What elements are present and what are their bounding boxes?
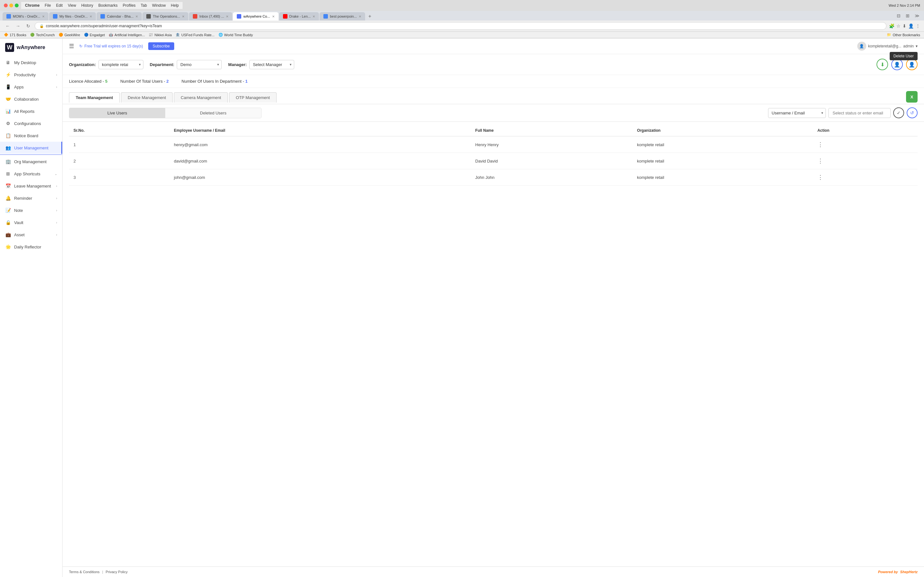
sidebar-item-user-management[interactable]: 👥 User Management bbox=[0, 142, 62, 154]
sidebar-item-configurations[interactable]: ⚙ Configurations bbox=[0, 117, 62, 129]
tab-close-8[interactable]: ✕ bbox=[359, 15, 361, 18]
bookmark-other[interactable]: 📁 Other Bookmarks bbox=[887, 33, 920, 37]
forward-button[interactable]: → bbox=[14, 22, 22, 30]
tab-otp-management[interactable]: OTP Management bbox=[229, 92, 276, 103]
tab-close-6[interactable]: ✕ bbox=[272, 15, 275, 18]
bookmark-usfed[interactable]: 🏦 USFed Funds Rate... bbox=[176, 33, 214, 37]
browser-tab-2[interactable]: My files - OneDr... ✕ bbox=[49, 12, 96, 21]
window-menu[interactable]: Window bbox=[152, 3, 166, 8]
reload-button[interactable]: ↻ bbox=[24, 22, 32, 30]
sidebar-item-desktop[interactable]: 🖥 My Desktop bbox=[0, 56, 62, 69]
bookmark-nikkei[interactable]: 📰 Nikkei Asia bbox=[149, 33, 172, 37]
sidebar-item-leave-management[interactable]: 📅 Leave Management › bbox=[0, 180, 62, 192]
row-action-menu-1[interactable]: ⋮ bbox=[817, 141, 824, 148]
browser-tab-6[interactable]: wAnywhere Co... ✕ bbox=[233, 12, 278, 21]
subscribe-button[interactable]: Subscribe bbox=[148, 42, 174, 50]
search-type-select[interactable]: Username / Email bbox=[768, 108, 826, 118]
licence-allocated: Licence Allocated - 5 bbox=[69, 79, 107, 84]
profiles-menu[interactable]: Profiles bbox=[123, 3, 136, 8]
view-menu[interactable]: View bbox=[68, 3, 76, 8]
chevron-right-icon: › bbox=[56, 73, 57, 77]
browser-tab-8[interactable]: best powerpoin... ✕ bbox=[320, 12, 365, 21]
bookmark-171books[interactable]: 🔶 171 Books bbox=[4, 33, 26, 37]
browser-tab-1[interactable]: MOM's - OneDr... ✕ bbox=[3, 12, 48, 21]
sidebar-item-collaboration[interactable]: 🤝 Collaboration bbox=[0, 93, 62, 105]
organization-select[interactable]: komplete retai bbox=[99, 60, 144, 69]
sidebar-item-all-reports[interactable]: 📊 All Reports bbox=[0, 105, 62, 117]
bookmarks-bar: 🔶 171 Books 🟢 TechCrunch 🟠 GeekWire 🔵 En… bbox=[0, 32, 924, 38]
more-tabs-icon[interactable]: ≫ bbox=[913, 13, 921, 19]
sidebar-item-reminder[interactable]: 🔔 Reminder › bbox=[0, 192, 62, 204]
licence-value: 5 bbox=[105, 79, 107, 84]
hamburger-button[interactable]: ☰ bbox=[69, 43, 74, 50]
bookmark-geekwire[interactable]: 🟠 GeekWire bbox=[59, 33, 80, 37]
sidebar-item-app-shortcuts[interactable]: ⊞ App Shortcuts ⌄ bbox=[0, 168, 62, 180]
close-window-button[interactable] bbox=[4, 3, 8, 7]
profile-icon[interactable]: 👤 bbox=[908, 23, 914, 29]
cell-org-3: komplete retail bbox=[633, 169, 813, 185]
tab-close-7[interactable]: ✕ bbox=[312, 15, 315, 18]
tab-menu[interactable]: Tab bbox=[141, 3, 147, 8]
table-header-row: Sr.No. Employee Username / Email Full Na… bbox=[69, 125, 918, 136]
maximize-window-button[interactable] bbox=[15, 3, 19, 7]
row-action-menu-2[interactable]: ⋮ bbox=[817, 158, 824, 164]
tab-close-3[interactable]: ✕ bbox=[136, 15, 138, 18]
edit-menu[interactable]: Edit bbox=[56, 3, 63, 8]
live-users-tab[interactable]: Live Users bbox=[69, 108, 165, 118]
sidebar-item-vault[interactable]: 🔒 Vault › bbox=[0, 216, 62, 229]
user-info[interactable]: 👤 kompleteretail@g... admin ▾ bbox=[857, 42, 918, 51]
sidebar-item-asset[interactable]: 💼 Asset › bbox=[0, 229, 62, 241]
terms-link[interactable]: Terms & Conditions bbox=[69, 570, 99, 574]
bookmarks-menu[interactable]: Bookmarks bbox=[99, 3, 118, 8]
sidebar-item-note[interactable]: 📝 Note › bbox=[0, 204, 62, 216]
sidebar-item-notice-board[interactable]: 📋 Notice Board bbox=[0, 129, 62, 142]
sidebar-item-productivity[interactable]: ⚡ Productivity › bbox=[0, 69, 62, 81]
extensions-icon[interactable]: 🧩 bbox=[889, 23, 895, 29]
sidebar: W wAnywhere 🖥 My Desktop ⚡ Productivity … bbox=[0, 39, 63, 577]
tab-close-4[interactable]: ✕ bbox=[182, 15, 184, 18]
add-user-button[interactable]: 👤 bbox=[891, 59, 903, 70]
department-select[interactable]: Demo bbox=[177, 60, 222, 69]
tab-camera-management[interactable]: Camera Management bbox=[174, 92, 228, 103]
chrome-menu[interactable]: Chrome bbox=[25, 3, 39, 8]
address-input[interactable]: 🔒 console.wanywhere.com/superadmin/user-… bbox=[35, 22, 887, 30]
row-action-menu-3[interactable]: ⋮ bbox=[817, 174, 824, 181]
deleted-users-tab[interactable]: Deleted Users bbox=[165, 108, 261, 118]
sidebar-item-apps[interactable]: 📱 Apps › bbox=[0, 81, 62, 93]
new-tab-button[interactable]: + bbox=[366, 12, 374, 21]
bookmark-techcrunch[interactable]: 🟢 TechCrunch bbox=[30, 33, 55, 37]
help-menu[interactable]: Help bbox=[171, 3, 179, 8]
tab-close-5[interactable]: ✕ bbox=[226, 15, 228, 18]
browser-tab-3[interactable]: Calendar - Bha... ✕ bbox=[97, 12, 142, 21]
browser-tab-5[interactable]: Inbox (7,490) ... ✕ bbox=[189, 12, 232, 21]
star-icon[interactable]: ☆ bbox=[897, 23, 901, 29]
browser-tab-4[interactable]: The Operations... ✕ bbox=[142, 12, 188, 21]
download-icon[interactable]: ⬇ bbox=[903, 23, 906, 29]
address-bar: ← → ↻ 🔒 console.wanywhere.com/superadmin… bbox=[0, 21, 924, 32]
download-action-button[interactable]: ⬇ bbox=[877, 59, 888, 70]
minimize-icon[interactable]: ⊟ bbox=[895, 13, 903, 19]
tab-close-1[interactable]: ✕ bbox=[42, 15, 45, 18]
search-confirm-button[interactable]: ✓ bbox=[893, 107, 904, 118]
search-refresh-button[interactable]: ↺ bbox=[907, 107, 918, 118]
search-email-input[interactable] bbox=[829, 108, 891, 118]
manager-select[interactable]: Select Manager bbox=[249, 60, 294, 69]
bookmark-ai[interactable]: 🤖 Artificial Intelligen... bbox=[109, 33, 145, 37]
sidebar-item-org-management[interactable]: 🏢 Org Management bbox=[0, 155, 62, 168]
more-icon[interactable]: ⋮ bbox=[916, 23, 920, 29]
bookmark-engadget[interactable]: 🔵 Engadget bbox=[84, 33, 105, 37]
expand-icon[interactable]: ⊞ bbox=[904, 13, 911, 19]
tab-team-management[interactable]: Team Management bbox=[69, 92, 120, 103]
browser-tab-7[interactable]: Drake - Len... ✕ bbox=[279, 12, 319, 21]
privacy-link[interactable]: Privacy Policy bbox=[105, 570, 128, 574]
history-menu[interactable]: History bbox=[81, 3, 93, 8]
tab-close-2[interactable]: ✕ bbox=[89, 15, 92, 18]
sidebar-item-daily-reflector[interactable]: 🌟 Daily Reflector bbox=[0, 241, 62, 253]
user-settings-button[interactable]: 👤 bbox=[906, 59, 918, 70]
export-excel-button[interactable]: X bbox=[906, 91, 918, 103]
tab-device-management[interactable]: Device Management bbox=[121, 92, 173, 103]
minimize-window-button[interactable] bbox=[9, 3, 13, 7]
back-button[interactable]: ← bbox=[4, 22, 11, 30]
bookmark-worldtime[interactable]: 🌐 World Time Buddy bbox=[218, 33, 253, 37]
file-menu[interactable]: File bbox=[45, 3, 51, 8]
